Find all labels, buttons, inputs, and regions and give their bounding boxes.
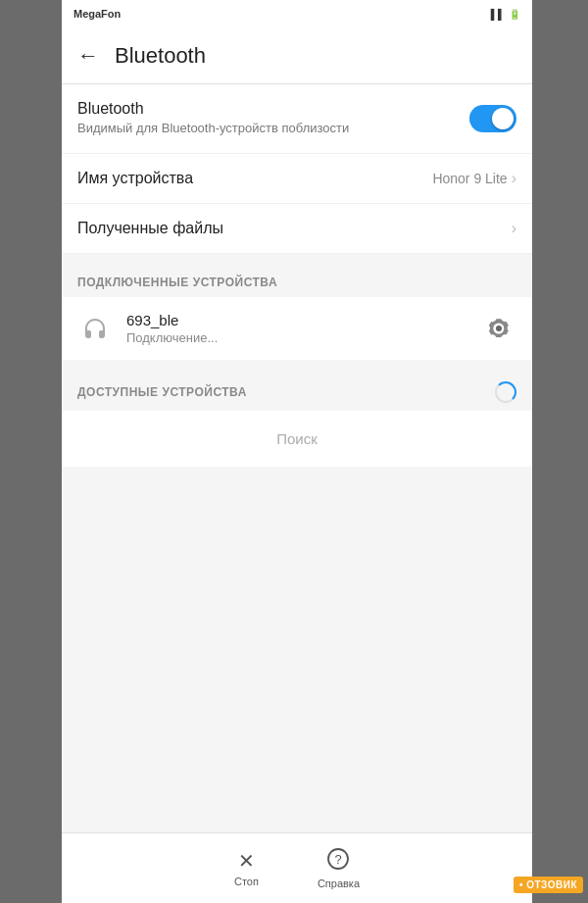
bottom-bar: ✕ Стоп ? Справка <box>62 832 532 903</box>
phone-panel: MegaFon ▌▌ 🔋 ← Bluetooth Bluetooth Видим… <box>62 0 532 903</box>
watermark-badge: • ОТЗОВИК <box>514 877 583 893</box>
connected-device-name: 693_ble <box>126 312 467 328</box>
headphone-icon <box>77 311 113 346</box>
help-label: Справка <box>318 878 360 889</box>
stop-button[interactable]: ✕ Стоп <box>234 849 259 887</box>
received-files-label: Полученные файлы <box>77 220 223 237</box>
loading-spinner <box>495 381 516 403</box>
device-name-value-group: Honor 9 Lite › <box>432 170 516 187</box>
available-devices-card: Поиск <box>62 411 532 467</box>
received-files-chevron: › <box>512 220 516 237</box>
connected-section-header: ПОДКЛЮЧЕННЫЕ УСТРОЙСТВА <box>62 262 532 297</box>
battery-icon: 🔋 <box>509 9 520 20</box>
gear-button[interactable] <box>481 311 516 346</box>
bluetooth-toggle-row[interactable]: Bluetooth Видимый для Bluetooth-устройст… <box>62 84 532 154</box>
bluetooth-subtitle: Видимый для Bluetooth-устройств поблизос… <box>77 121 469 137</box>
bluetooth-card: Bluetooth Видимый для Bluetooth-устройст… <box>62 84 532 254</box>
page-title: Bluetooth <box>115 43 206 69</box>
device-name-value: Honor 9 Lite <box>432 171 507 186</box>
device-name-chevron: › <box>512 170 516 187</box>
bluetooth-toggle[interactable] <box>469 105 516 132</box>
stop-icon: ✕ <box>238 849 255 873</box>
svg-text:?: ? <box>335 852 342 867</box>
device-name-label: Имя устройства <box>77 170 193 187</box>
connected-device-info: 693_ble Подключение... <box>126 312 467 345</box>
help-button[interactable]: ? Справка <box>318 848 360 889</box>
connected-device-row[interactable]: 693_ble Подключение... <box>62 297 532 360</box>
status-bar: MegaFon ▌▌ 🔋 <box>62 0 532 27</box>
available-section-header: ДОСТУПНЫЕ УСТРОЙСТВА <box>62 368 532 411</box>
back-button[interactable]: ← <box>77 45 99 67</box>
carrier-label: MegaFon <box>74 8 121 20</box>
bluetooth-toggle-text: Bluetooth Видимый для Bluetooth-устройст… <box>77 100 469 137</box>
received-files-row[interactable]: Полученные файлы › <box>62 204 532 254</box>
search-label: Поиск <box>62 411 532 467</box>
header: ← Bluetooth <box>62 27 532 84</box>
connected-device-status: Подключение... <box>126 330 467 345</box>
device-name-row[interactable]: Имя устройства Honor 9 Lite › <box>62 154 532 204</box>
signal-icon: ▌▌ <box>491 9 505 20</box>
status-right: ▌▌ 🔋 <box>491 9 520 20</box>
stop-label: Стоп <box>234 876 259 887</box>
connected-devices-card: 693_ble Подключение... <box>62 297 532 360</box>
help-icon: ? <box>327 848 349 875</box>
bluetooth-label: Bluetooth <box>77 100 469 118</box>
available-title-text: ДОСТУПНЫЕ УСТРОЙСТВА <box>77 385 247 399</box>
content-area: Bluetooth Видимый для Bluetooth-устройст… <box>62 84 532 832</box>
